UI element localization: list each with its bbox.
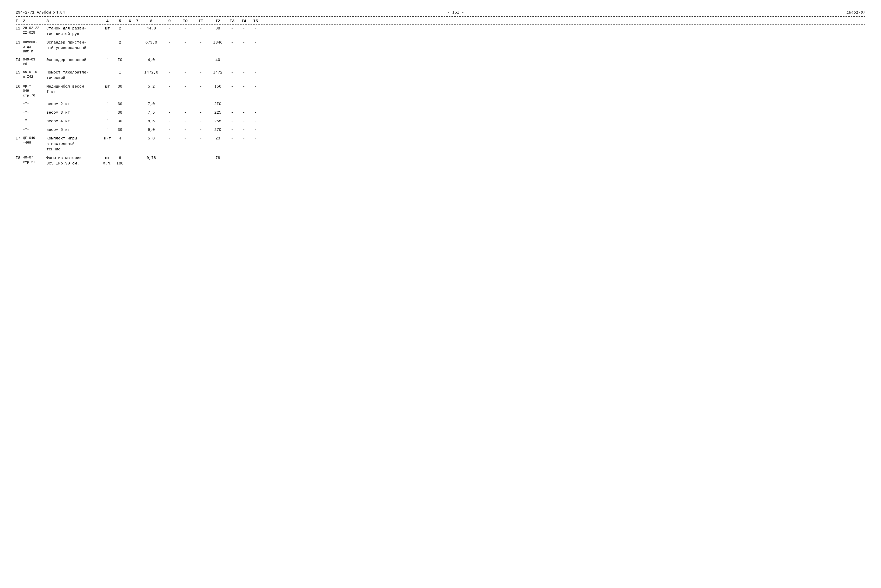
cell-r8-c14: - bbox=[238, 127, 250, 133]
cell-r7-c5: 30 bbox=[114, 118, 126, 124]
cell-r5-c8: 7,0 bbox=[141, 101, 162, 107]
cell-r9-c12: 23 bbox=[209, 136, 227, 141]
cell-r0-c1: I2 bbox=[16, 26, 23, 31]
cell-r5-c12: 2IO bbox=[209, 101, 227, 107]
cell-r0-c2: 28-02-22 II-OI5 bbox=[23, 26, 47, 35]
cell-r3-c15: - bbox=[250, 70, 261, 75]
cell-r6-c15: - bbox=[250, 110, 261, 116]
cell-r6-c10: - bbox=[177, 110, 193, 116]
cell-r6-c4: " bbox=[101, 110, 114, 116]
cell-r3-c9: - bbox=[162, 70, 177, 75]
cell-r4-c14: - bbox=[238, 84, 250, 89]
column-headers: I 2 3 4 5 6 7 8 9 IO II I2 I3 I4 I5 bbox=[16, 18, 865, 25]
cell-r1-c11: - bbox=[193, 40, 209, 45]
cell-r10-c14: - bbox=[238, 155, 250, 161]
cell-r1-c4: " bbox=[101, 40, 114, 45]
cell-r2-c9: - bbox=[162, 57, 177, 63]
cell-r4-c9: - bbox=[162, 84, 177, 89]
col-header-2: 2 bbox=[23, 19, 47, 24]
cell-r1-c3: Эспандер пристен- ный универсальный bbox=[47, 40, 101, 51]
cell-r6-c2: -"- bbox=[23, 110, 47, 115]
table-row: -"-весом 3 кг"307,5---225--- bbox=[16, 109, 865, 116]
cell-r0-c15: - bbox=[250, 26, 261, 31]
cell-r4-c3: Медицинбол весом I кг bbox=[47, 84, 101, 95]
cell-r7-c4: " bbox=[101, 118, 114, 124]
cell-r4-c11: - bbox=[193, 84, 209, 89]
cell-r0-c10: - bbox=[177, 26, 193, 31]
cell-r1-c15: - bbox=[250, 40, 261, 45]
cell-r9-c10: - bbox=[177, 136, 193, 141]
cell-r4-c10: - bbox=[177, 84, 193, 89]
cell-r6-c11: - bbox=[193, 110, 209, 116]
cell-r1-c14: - bbox=[238, 40, 250, 45]
cell-r4-c4: шт bbox=[101, 84, 114, 89]
cell-r5-c4: " bbox=[101, 101, 114, 107]
cell-r2-c3: Эспандер плечевой bbox=[47, 57, 101, 63]
cell-r9-c8: 5,8 bbox=[141, 136, 162, 141]
col-header-9: 9 bbox=[162, 19, 177, 24]
cell-r3-c1: I5 bbox=[16, 70, 23, 75]
cell-r2-c13: - bbox=[227, 57, 238, 63]
cell-r2-c2: 049-03 сб.I bbox=[23, 57, 47, 67]
cell-r6-c12: 225 bbox=[209, 110, 227, 116]
cell-r6-c14: - bbox=[238, 110, 250, 116]
cell-r9-c14: - bbox=[238, 136, 250, 141]
cell-r2-c1: I4 bbox=[16, 57, 23, 63]
cell-r7-c15: - bbox=[250, 118, 261, 124]
cell-r7-c9: - bbox=[162, 118, 177, 124]
page-header: 294-2-71 Альбом УП.84 - I5I - 18451-07 bbox=[16, 10, 865, 15]
cell-r10-c10: - bbox=[177, 155, 193, 161]
cell-r1-c9: - bbox=[162, 40, 177, 45]
col-header-7: 7 bbox=[134, 19, 141, 24]
cell-r7-c12: 255 bbox=[209, 118, 227, 124]
col-header-12: I2 bbox=[209, 19, 227, 24]
cell-r6-c3: весом 3 кг bbox=[47, 110, 101, 116]
cell-r5-c9: - bbox=[162, 101, 177, 107]
table-row: -"-весом 4 кг"308,5---255--- bbox=[16, 118, 865, 125]
cell-r9-c5: 4 bbox=[114, 136, 126, 141]
cell-r1-c2: Номенк. з-да ВИСТИ bbox=[23, 40, 47, 54]
cell-r8-c15: - bbox=[250, 127, 261, 133]
cell-r7-c3: весом 4 кг bbox=[47, 118, 101, 124]
cell-r5-c13: - bbox=[227, 101, 238, 107]
cell-r8-c11: - bbox=[193, 127, 209, 133]
cell-r10-c12: 78 bbox=[209, 155, 227, 161]
cell-r7-c8: 8,5 bbox=[141, 118, 162, 124]
cell-r7-c14: - bbox=[238, 118, 250, 124]
col-header-10: IO bbox=[177, 19, 193, 24]
col-header-15: I5 bbox=[250, 19, 261, 24]
cell-r9-c15: - bbox=[250, 136, 261, 141]
header-right: 18451-07 bbox=[846, 10, 865, 15]
table-row: -"-весом 2 кг"307,0---2IO--- bbox=[16, 100, 865, 108]
cell-r2-c10: - bbox=[177, 57, 193, 63]
cell-r3-c11: - bbox=[193, 70, 209, 75]
cell-r5-c14: - bbox=[238, 101, 250, 107]
cell-r8-c3: весом 5 кг bbox=[47, 127, 101, 133]
cell-r2-c4: " bbox=[101, 57, 114, 63]
cell-r8-c12: 270 bbox=[209, 127, 227, 133]
cell-r8-c5: 30 bbox=[114, 127, 126, 133]
header-left: 294-2-71 Альбом УП.84 bbox=[16, 10, 65, 15]
cell-r1-c8: 673,0 bbox=[141, 40, 162, 45]
col-header-14: I4 bbox=[238, 19, 250, 24]
cell-r9-c9: - bbox=[162, 136, 177, 141]
col-header-11: II bbox=[193, 19, 209, 24]
table-row: I4049-03 сб.IЭспандер плечевой"IO4,0---4… bbox=[16, 57, 865, 68]
cell-r4-c2: Пр-т 049 стр.76 bbox=[23, 84, 47, 98]
col-header-8: 8 bbox=[141, 19, 162, 24]
cell-r10-c11: - bbox=[193, 155, 209, 161]
cell-r4-c1: I6 bbox=[16, 84, 23, 89]
cell-r9-c13: - bbox=[227, 136, 238, 141]
cell-r0-c5: 2 bbox=[114, 26, 126, 31]
table-row: I228-02-22 II-OI5Станок для разви- тия к… bbox=[16, 25, 865, 38]
table-row: -"-весом 5 кг"309,0---270--- bbox=[16, 126, 865, 134]
col-header-6: 6 bbox=[126, 19, 134, 24]
cell-r0-c12: 88 bbox=[209, 26, 227, 31]
cell-r8-c10: - bbox=[177, 127, 193, 133]
cell-r0-c9: - bbox=[162, 26, 177, 31]
cell-r5-c15: - bbox=[250, 101, 261, 107]
cell-r4-c12: I56 bbox=[209, 84, 227, 89]
cell-r1-c5: 2 bbox=[114, 40, 126, 45]
cell-r1-c13: - bbox=[227, 40, 238, 45]
cell-r7-c11: - bbox=[193, 118, 209, 124]
